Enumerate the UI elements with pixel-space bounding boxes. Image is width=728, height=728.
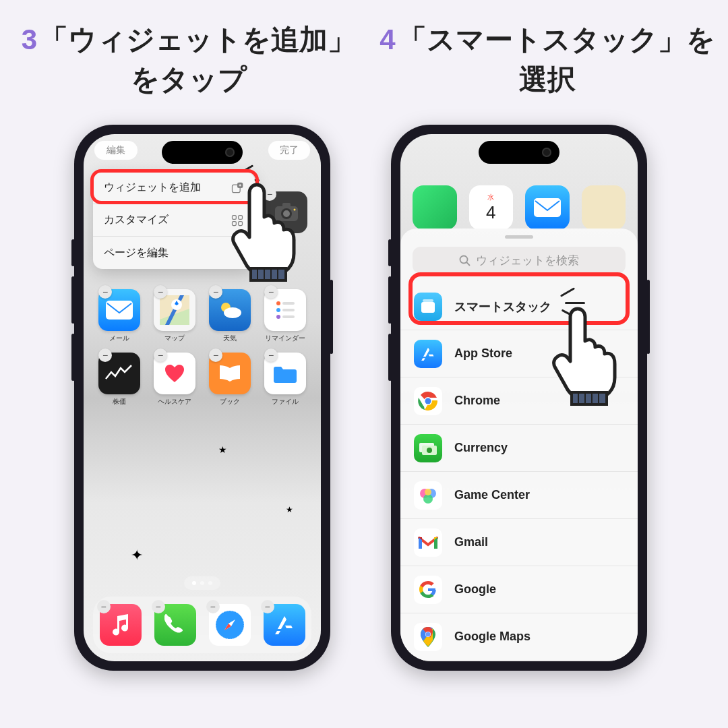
svg-rect-50 <box>572 392 607 404</box>
app-weather[interactable]: −天気 <box>205 289 255 343</box>
currency-icon <box>414 434 442 462</box>
search-icon <box>459 255 471 266</box>
svg-point-46 <box>426 632 431 636</box>
row-currency[interactable]: Currency <box>400 425 638 472</box>
row-google[interactable]: Google <box>400 566 638 613</box>
step4-title-line2: 選択 <box>519 63 576 95</box>
google-icon <box>414 576 442 604</box>
row-gmail[interactable]: Gmail <box>400 519 638 566</box>
dock-appstore[interactable]: − <box>264 604 305 646</box>
svg-rect-16 <box>282 302 295 305</box>
app-stocks[interactable]: −株価 <box>94 353 144 406</box>
row-label: Currency <box>454 441 508 455</box>
dock-safari[interactable]: − <box>209 604 251 646</box>
step4-title: 4「スマートスタック」を 選択 <box>372 20 723 100</box>
app-health[interactable]: −ヘルスケア <box>150 353 200 406</box>
row-label: App Store <box>454 346 512 361</box>
app-books[interactable]: −ブック <box>205 353 255 406</box>
step4-number: 4 <box>380 24 395 55</box>
sheet-grabber[interactable] <box>505 235 533 239</box>
step3-title-line1: 「ウィジェットを追加」 <box>40 24 356 55</box>
dock-music[interactable]: − <box>100 604 142 646</box>
gamecenter-icon <box>414 481 442 510</box>
row-label: Google <box>454 582 496 597</box>
step-3: 3「ウィジェットを追加」 をタップ <box>13 20 364 112</box>
hand-cursor <box>543 305 631 406</box>
step4-title-line1: 「スマートスタック」を <box>398 24 715 55</box>
svg-point-42 <box>425 489 431 495</box>
menu-label: カスタマイズ <box>104 213 169 227</box>
notch <box>479 141 559 164</box>
svg-point-15 <box>276 301 280 305</box>
svg-rect-20 <box>282 315 295 318</box>
app-maps[interactable]: −マップ <box>150 289 200 343</box>
page-indicator[interactable] <box>184 576 220 590</box>
step-4: 4「スマートスタック」を 選択 <box>372 20 723 112</box>
app-reminders[interactable]: −リマインダー <box>260 289 310 343</box>
done-pill[interactable]: 完了 <box>268 141 310 160</box>
step3-number: 3 <box>22 24 37 55</box>
calendar-weekday: 水 <box>487 193 494 202</box>
svg-rect-23 <box>251 268 286 280</box>
search-placeholder: ウィジェットを検索 <box>476 253 579 268</box>
appstore-icon <box>414 340 442 368</box>
svg-rect-11 <box>106 301 133 320</box>
googlemaps-icon <box>414 623 442 651</box>
svg-point-19 <box>276 315 280 319</box>
app-files[interactable]: −ファイル <box>260 353 310 406</box>
row-label: Gmail <box>454 535 488 549</box>
row-label: Game Center <box>454 488 530 502</box>
chrome-icon <box>414 387 442 415</box>
edit-pill[interactable]: 編集 <box>94 141 138 160</box>
svg-line-30 <box>466 262 470 266</box>
svg-rect-28 <box>534 198 561 217</box>
gmail-icon <box>414 528 442 557</box>
notch <box>162 141 243 164</box>
dock-phone[interactable]: − <box>154 604 196 646</box>
svg-point-38 <box>427 448 432 453</box>
svg-point-41 <box>423 494 433 504</box>
row-label: Google Maps <box>454 630 530 644</box>
hand-cursor <box>222 181 310 282</box>
menu-label: ページを編集 <box>104 246 169 260</box>
row-google-maps[interactable]: Google Maps <box>400 613 638 661</box>
svg-point-14 <box>224 307 241 318</box>
app-mail[interactable]: −メール <box>94 289 144 343</box>
step3-title: 3「ウィジェットを追加」 をタップ <box>13 20 364 100</box>
svg-point-35 <box>425 398 431 404</box>
row-label: Chrome <box>454 394 500 408</box>
search-field[interactable]: ウィジェットを検索 <box>413 247 626 274</box>
row-google-calendar[interactable]: 31 Googleカレンダー <box>400 661 638 661</box>
row-game-center[interactable]: Game Center <box>400 472 638 519</box>
dock: − − − − <box>93 597 311 653</box>
app-grid: −メール −マップ −天気 −リマインダー −株価 −ヘルスケア −ブック −フ… <box>94 289 310 406</box>
step3-title-line2: をタップ <box>131 63 247 95</box>
svg-point-29 <box>460 255 468 263</box>
svg-point-17 <box>276 308 280 312</box>
svg-rect-18 <box>282 309 295 311</box>
